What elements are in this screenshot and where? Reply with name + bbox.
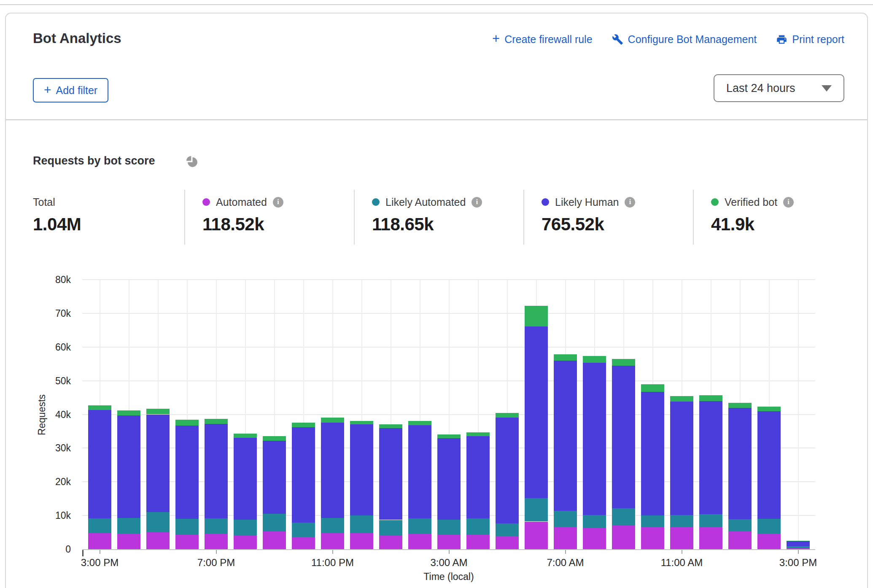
bar-segment-verified-bot[interactable] [496,413,519,418]
bar-segment-verified-bot[interactable] [117,410,140,415]
bar-segment-likely-human[interactable] [205,424,228,518]
info-icon[interactable]: i [273,197,283,208]
bar-segment-likely-automated[interactable] [321,518,344,534]
action-link-configure-bot-management[interactable]: Configure Bot Management [612,33,757,46]
bar-segment-automated[interactable] [496,536,519,549]
bar-segment-likely-human[interactable] [525,326,548,498]
bar-segment-automated[interactable] [757,534,781,549]
bar-segment-likely-automated[interactable] [466,518,490,535]
bar-segment-verified-bot[interactable] [292,423,315,427]
bar-segment-likely-automated[interactable] [583,515,606,528]
bar-segment-likely-automated[interactable] [728,519,752,531]
bar-segment-likely-human[interactable] [292,427,315,523]
bar-segment-verified-bot[interactable] [757,407,781,411]
bar-segment-automated[interactable] [292,537,315,549]
bar-segment-verified-bot[interactable] [234,434,257,438]
bar-segment-verified-bot[interactable] [525,306,548,327]
bar-segment-automated[interactable] [525,522,548,549]
bar-segment-automated[interactable] [146,532,170,549]
bar-segment-automated[interactable] [234,535,257,549]
action-link-print-report[interactable]: Print report [776,33,844,46]
bar-segment-verified-bot[interactable] [699,395,722,401]
bar-segment-verified-bot[interactable] [175,420,199,426]
bar-segment-automated[interactable] [466,535,490,549]
bar-segment-likely-human[interactable] [350,424,373,515]
bar-segment-verified-bot[interactable] [612,359,635,366]
time-range-select[interactable]: Last 24 hours [714,74,844,102]
bar-segment-verified-bot[interactable] [350,421,373,425]
bar-segment-likely-automated[interactable] [787,546,810,548]
bar-segment-likely-automated[interactable] [292,523,315,537]
bar-segment-likely-automated[interactable] [757,519,781,534]
action-link-create-firewall-rule[interactable]: +Create firewall rule [492,33,593,46]
bar-segment-likely-human[interactable] [670,402,693,515]
bar-segment-automated[interactable] [350,533,373,549]
bar-segment-automated[interactable] [88,533,111,549]
bar-segment-verified-bot[interactable] [263,436,286,440]
bar-segment-automated[interactable] [175,535,199,549]
bar-segment-likely-human[interactable] [437,438,461,519]
bar-segment-likely-automated[interactable] [525,498,548,521]
bar-segment-likely-automated[interactable] [699,514,722,527]
bar-segment-likely-automated[interactable] [146,512,170,532]
bar-segment-automated[interactable] [728,531,752,549]
bar-segment-likely-human[interactable] [175,426,199,519]
bar-segment-likely-human[interactable] [88,410,111,518]
bar-segment-likely-automated[interactable] [641,515,664,527]
bar-segment-verified-bot[interactable] [321,418,344,423]
bar-segment-verified-bot[interactable] [641,384,664,392]
bar-segment-likely-automated[interactable] [205,518,228,534]
bar-segment-verified-bot[interactable] [379,424,402,429]
bar-segment-likely-human[interactable] [496,418,519,523]
bar-segment-automated[interactable] [641,527,664,549]
bar-segment-automated[interactable] [554,527,577,549]
bar-segment-likely-human[interactable] [146,415,170,512]
bar-segment-likely-automated[interactable] [263,514,286,531]
bar-segment-likely-human[interactable] [263,441,286,514]
bar-segment-verified-bot[interactable] [583,356,606,363]
bar-segment-likely-automated[interactable] [379,520,402,536]
bar-segment-likely-human[interactable] [641,392,664,515]
bar-segment-likely-human[interactable] [699,401,722,514]
bar-segment-likely-automated[interactable] [408,518,431,534]
bar-segment-likely-human[interactable] [234,438,257,520]
bar-segment-automated[interactable] [583,528,606,549]
bar-segment-automated[interactable] [699,527,722,549]
bar-segment-verified-bot[interactable] [670,396,693,402]
bar-segment-likely-human[interactable] [583,363,606,515]
bar-segment-likely-human[interactable] [321,423,344,518]
bar-segment-verified-bot[interactable] [146,409,170,415]
bar-segment-automated[interactable] [787,548,810,549]
bar-segment-likely-human[interactable] [612,366,635,508]
bar-segment-verified-bot[interactable] [408,421,431,425]
bar-segment-likely-automated[interactable] [234,520,257,536]
bar-segment-verified-bot[interactable] [88,405,111,410]
bar-segment-likely-automated[interactable] [437,520,461,535]
bar-segment-automated[interactable] [670,527,693,549]
bar-segment-verified-bot[interactable] [554,354,577,361]
bar-segment-likely-automated[interactable] [554,511,577,527]
bar-segment-likely-human[interactable] [728,408,752,519]
info-icon[interactable]: i [625,197,635,208]
bar-segment-automated[interactable] [408,534,431,549]
bar-segment-automated[interactable] [205,534,228,549]
bar-segment-verified-bot[interactable] [205,419,228,424]
bar-segment-likely-human[interactable] [408,425,431,518]
info-icon[interactable]: i [783,197,794,208]
bar-segment-likely-human[interactable] [379,428,402,520]
bar-segment-automated[interactable] [437,535,461,549]
bar-segment-likely-human[interactable] [757,411,781,519]
bar-segment-likely-human[interactable] [554,361,577,510]
bar-segment-likely-automated[interactable] [117,518,140,534]
bar-segment-verified-bot[interactable] [466,432,490,437]
info-icon[interactable]: i [472,197,482,208]
bar-segment-likely-human[interactable] [466,436,490,518]
bar-segment-automated[interactable] [117,534,140,549]
bar-segment-likely-automated[interactable] [88,518,111,534]
bar-segment-likely-human[interactable] [787,541,810,546]
bar-segment-likely-automated[interactable] [670,515,693,528]
bar-segment-likely-automated[interactable] [350,515,373,533]
bar-segment-likely-automated[interactable] [612,508,635,526]
bar-segment-automated[interactable] [263,531,286,549]
bar-segment-automated[interactable] [321,533,344,549]
